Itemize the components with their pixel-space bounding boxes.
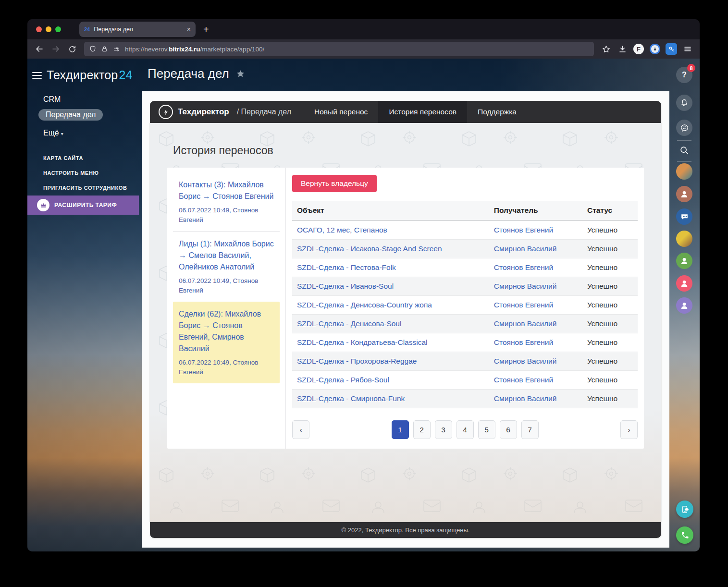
recipient-link[interactable]: Смирнов Василий — [494, 357, 557, 365]
pagination-next-button[interactable]: › — [620, 420, 638, 439]
pagination-page-button[interactable]: 6 — [500, 420, 517, 439]
sidebar-item-more[interactable]: Ещё▾ — [43, 129, 63, 137]
upgrade-plan-button[interactable]: РАСШИРИТЬ ТАРИФ — [27, 196, 139, 215]
return-to-owner-button[interactable]: Вернуть владельцу — [292, 175, 377, 192]
object-link[interactable]: SZDL-Сделка - Рябов-Soul — [297, 376, 389, 384]
recipient-link[interactable]: Стоянов Евгений — [494, 376, 553, 384]
object-link[interactable]: SZDL-Сделка - Иванов-Soul — [297, 282, 394, 290]
help-button[interactable]: ? 8 — [676, 67, 692, 83]
recipient-link[interactable]: Стоянов Евгений — [494, 338, 553, 346]
notification-count-badge: 8 — [687, 64, 695, 72]
traffic-lights — [36, 26, 61, 32]
user-avatar[interactable] — [676, 275, 692, 292]
sidebar-item-transfer[interactable]: Передача дел — [38, 109, 103, 121]
table-row: SZDL-Сделка - Смирнова-FunkСмирнов Васил… — [292, 390, 638, 408]
app-navbar: Техдиректор / Передача дел Новый перенос… — [150, 101, 661, 123]
url-text: https://neverov.bitrix24.ru/marketplace/… — [125, 46, 264, 53]
forward-button[interactable] — [49, 42, 63, 56]
transfer-meta: 06.07.2022 10:49, Стоянов Евгений — [179, 358, 274, 377]
back-button[interactable] — [32, 42, 47, 56]
object-link[interactable]: SZDL-Сделка - Смирнова-Funk — [297, 394, 405, 403]
object-link[interactable]: ОСАГО, 12 мес, Степанов — [297, 226, 387, 234]
key-extension-icon[interactable] — [664, 42, 679, 56]
sidebar-hamburger-icon[interactable] — [32, 72, 42, 79]
user-avatar[interactable] — [676, 163, 692, 180]
recipient-link[interactable]: Смирнов Василий — [494, 245, 557, 253]
bookmark-star-icon[interactable] — [599, 42, 613, 56]
recipient-link[interactable]: Смирнов Василий — [494, 282, 557, 290]
crown-icon — [37, 199, 49, 211]
user-avatar[interactable] — [676, 253, 692, 269]
pagination-page-button[interactable]: 1 — [392, 420, 409, 439]
transfer-link[interactable]: Лиды (1): Михайлов Борис → Смелов Васили… — [179, 238, 274, 273]
user-avatar[interactable] — [676, 297, 692, 314]
transfer-list-item[interactable]: Контакты (3): Михайлов Борис → Стоянов Е… — [173, 179, 280, 231]
table-row: SZDL-Сделка - Кондратьева-ClassicalСтоян… — [292, 333, 638, 352]
group-chat-avatar[interactable] — [676, 208, 692, 225]
pagination-page-button[interactable]: 3 — [435, 420, 452, 439]
history-card: Контакты (3): Михайлов Борис → Стоянов Е… — [167, 168, 644, 449]
recipient-cell: Смирнов Василий — [489, 277, 582, 296]
table-row: SZDL-Сделка - Денисова-Country жопаСтоян… — [292, 296, 638, 315]
mobile-app-button[interactable] — [676, 501, 693, 518]
notifications-bell-button[interactable] — [676, 95, 692, 111]
sidebar-link-configure-menu[interactable]: НАСТРОИТЬ МЕНЮ — [43, 170, 99, 176]
transfer-list: Контакты (3): Михайлов Борис → Стоянов Е… — [167, 168, 286, 449]
sidebar-link-sitemap[interactable]: КАРТА САЙТА — [43, 155, 83, 161]
recipient-link[interactable]: Стоянов Евгений — [494, 263, 553, 271]
transfer-link[interactable]: Сделки (62): Михайлов Борис → Стоянов Ев… — [179, 308, 274, 355]
pagination-page-button[interactable]: 7 — [521, 420, 539, 439]
navbar-item[interactable]: Поддержка — [467, 101, 527, 123]
favorite-star-icon[interactable] — [235, 69, 246, 79]
pagination-page-button[interactable]: 2 — [413, 420, 431, 439]
new-tab-button[interactable]: + — [203, 24, 209, 35]
sidebar-item-crm[interactable]: CRM — [43, 95, 61, 104]
recipient-link[interactable]: Стоянов Евгений — [494, 301, 553, 309]
navbar-item[interactable]: История переносов — [378, 101, 467, 123]
transfer-list-item[interactable]: Сделки (62): Михайлов Борис → Стоянов Ев… — [173, 302, 280, 383]
navbar-item[interactable]: Новый перенос — [304, 101, 378, 123]
object-link[interactable]: SZDL-Сделка - Денисова-Country жопа — [297, 301, 432, 309]
object-link[interactable]: SZDL-Сделка - Денисова-Soul — [297, 319, 401, 328]
reload-button[interactable] — [65, 42, 79, 56]
transfer-link[interactable]: Контакты (3): Михайлов Борис → Стоянов Е… — [179, 179, 274, 202]
object-cell: SZDL-Сделка - Иванов-Soul — [292, 277, 489, 296]
sidebar-link-invite-employees[interactable]: ПРИГЛАСИТЬ СОТРУДНИКОВ — [43, 185, 127, 191]
tab-close-icon[interactable]: × — [187, 25, 191, 33]
minimize-window-button[interactable] — [46, 26, 51, 32]
recipient-link[interactable]: Стоянов Евгений — [494, 226, 553, 234]
password-manager-extension-icon[interactable] — [648, 42, 662, 56]
status-cell: Успешно — [582, 277, 638, 296]
object-link[interactable]: SZDL-Сделка - Исакова-Stage And Screen — [297, 245, 442, 253]
status-cell: Успешно — [582, 240, 638, 258]
user-avatar[interactable] — [676, 231, 692, 247]
object-cell: SZDL-Сделка - Кондратьева-Classical — [292, 333, 489, 352]
object-link[interactable]: SZDL-Сделка - Прохорова-Reggae — [297, 357, 417, 365]
f-extension-icon[interactable]: F — [631, 42, 646, 56]
menu-hamburger-icon[interactable] — [680, 42, 695, 56]
recipient-cell: Стоянов Евгений — [489, 371, 582, 390]
browser-tab[interactable]: 24 Передача дел × — [79, 22, 196, 37]
recipient-cell: Смирнов Василий — [489, 352, 582, 371]
pagination-prev-button[interactable]: ‹ — [292, 420, 309, 439]
transfer-list-item[interactable]: Лиды (1): Михайлов Борис → Смелов Васили… — [173, 231, 280, 302]
user-avatar[interactable] — [676, 186, 692, 202]
voice-call-button[interactable] — [676, 526, 693, 544]
messenger-button[interactable] — [676, 120, 692, 136]
transfer-meta: 06.07.2022 10:49, Стоянов Евгений — [179, 206, 274, 224]
recipient-link[interactable]: Смирнов Василий — [494, 319, 557, 328]
pagination-page-button[interactable]: 5 — [478, 420, 495, 439]
object-cell: SZDL-Сделка - Пестова-Folk — [292, 258, 489, 277]
bell-icon — [680, 98, 689, 107]
zoom-window-button[interactable] — [55, 26, 61, 32]
search-button[interactable] — [676, 142, 692, 159]
pagination-page-button[interactable]: 4 — [457, 420, 474, 439]
object-link[interactable]: SZDL-Сделка - Пестова-Folk — [297, 263, 396, 271]
app-body: История переносов Контакты (3): Михайлов… — [150, 123, 661, 522]
object-link[interactable]: SZDL-Сделка - Кондратьева-Classical — [297, 338, 428, 346]
recipient-link[interactable]: Смирнов Василий — [494, 394, 557, 403]
rail-divider — [677, 161, 691, 162]
close-window-button[interactable] — [36, 26, 42, 32]
downloads-icon[interactable] — [615, 42, 629, 56]
url-bar[interactable]: https://neverov.bitrix24.ru/marketplace/… — [84, 42, 594, 56]
